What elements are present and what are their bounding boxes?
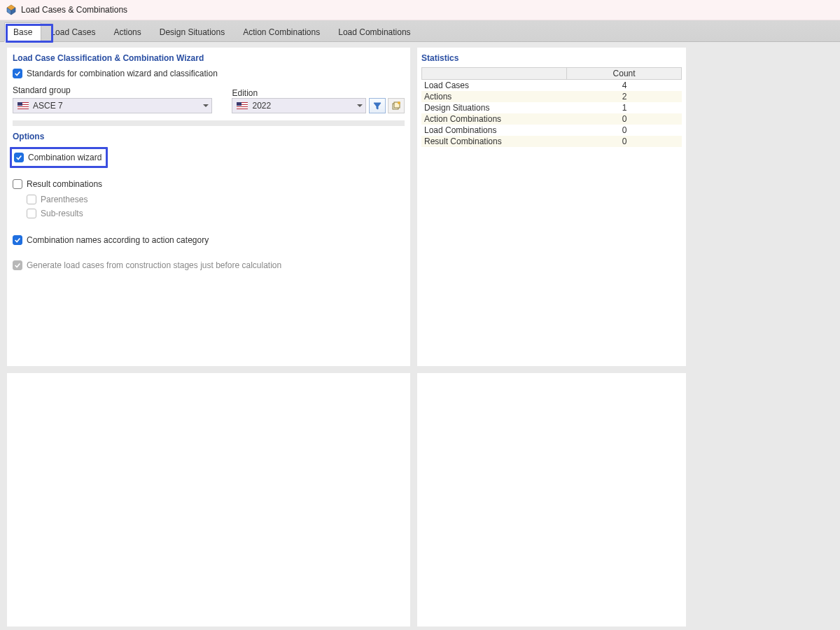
statistics-header: Count <box>421 67 682 80</box>
sub-results-label: Sub-results <box>41 209 83 218</box>
statistics-row-count: 0 <box>567 125 682 135</box>
edition-label: Edition <box>232 88 258 98</box>
statistics-row-label: Result Combinations <box>421 136 567 146</box>
statistics-row-label: Actions <box>421 92 567 102</box>
window-title: Load Cases & Combinations <box>21 5 127 15</box>
standard-group-label: Standard group <box>13 85 212 95</box>
names-by-category-label: Combination names according to action ca… <box>27 235 209 245</box>
statistics-row: Load Cases4 <box>421 80 682 91</box>
standards-checkbox-label: Standards for combination wizard and cla… <box>27 69 218 78</box>
tab-design-situations[interactable]: Design Situations <box>150 22 234 42</box>
parentheses-label: Parentheses <box>41 195 88 204</box>
combination-wizard-checkbox[interactable] <box>14 153 24 162</box>
wizard-panel: Load Case Classification & Combination W… <box>7 48 410 366</box>
statistics-body: Load Cases4Actions2Design Situations1Act… <box>421 80 682 147</box>
parentheses-checkbox[interactable] <box>27 195 36 204</box>
us-flag-icon <box>237 102 248 109</box>
combination-wizard-highlight: Combination wizard <box>10 147 108 168</box>
edition-select[interactable]: 2022 <box>232 98 366 113</box>
chevron-down-icon <box>357 104 363 107</box>
combination-wizard-label: Combination wizard <box>28 153 102 162</box>
manage-standards-button[interactable] <box>388 98 405 113</box>
names-by-category-checkbox[interactable] <box>13 235 22 245</box>
standard-group-select[interactable]: ASCE 7 <box>13 98 212 113</box>
preview-panel-right <box>417 373 686 626</box>
tab-load-combinations[interactable]: Load Combinations <box>329 22 419 42</box>
statistics-row-label: Load Combinations <box>421 125 567 135</box>
tab-load-cases[interactable]: Load Cases <box>41 22 104 42</box>
statistics-row-count: 0 <box>567 114 682 124</box>
tab-label: Actions <box>113 27 141 37</box>
statistics-row-label: Load Cases <box>421 80 567 90</box>
us-flag-icon <box>18 102 29 109</box>
tab-label: Action Combinations <box>243 27 320 37</box>
tab-label: Load Combinations <box>338 27 410 37</box>
statistics-row-count: 0 <box>567 136 682 146</box>
tab-label: Load Cases <box>50 27 95 37</box>
statistics-row: Load Combinations0 <box>421 125 682 136</box>
filter-button[interactable] <box>369 98 386 113</box>
svg-point-6 <box>398 102 400 104</box>
standard-group-value: ASCE 7 <box>33 101 63 111</box>
tab-actions[interactable]: Actions <box>104 22 150 42</box>
svg-marker-3 <box>374 103 381 109</box>
tab-action-combinations[interactable]: Action Combinations <box>234 22 329 42</box>
tab-label: Base <box>13 27 32 37</box>
tab-base[interactable]: Base <box>4 22 41 42</box>
chevron-down-icon <box>203 104 209 107</box>
count-header: Count <box>567 68 681 79</box>
result-combinations-checkbox[interactable] <box>13 179 22 189</box>
titlebar: Load Cases & Combinations <box>0 0 840 20</box>
statistics-row-count: 2 <box>567 92 682 102</box>
app-icon <box>6 4 17 15</box>
tab-label: Design Situations <box>160 27 225 37</box>
preview-panel-left <box>7 373 410 626</box>
statistics-row: Actions2 <box>421 91 682 102</box>
options-section-title: Options <box>13 129 405 146</box>
result-combinations-label: Result combinations <box>27 179 102 189</box>
statistics-row: Result Combinations0 <box>421 136 682 147</box>
generate-from-stages-checkbox <box>13 260 22 270</box>
standards-checkbox[interactable] <box>13 69 22 78</box>
statistics-row-label: Action Combinations <box>421 114 567 124</box>
statistics-panel: Statistics Count Load Cases4Actions2Desi… <box>417 48 686 366</box>
statistics-row: Design Situations1 <box>421 102 682 113</box>
tabbar: Base Load Cases Actions Design Situation… <box>0 20 840 42</box>
statistics-row-count: 1 <box>567 103 682 113</box>
statistics-row-count: 4 <box>567 80 682 90</box>
statistics-row: Action Combinations0 <box>421 113 682 125</box>
sub-results-checkbox[interactable] <box>27 209 36 218</box>
wizard-section-title: Load Case Classification & Combination W… <box>13 50 405 67</box>
statistics-section-title: Statistics <box>421 50 682 67</box>
generate-from-stages-label: Generate load cases from construction st… <box>27 260 281 270</box>
edition-value: 2022 <box>252 101 271 111</box>
statistics-row-label: Design Situations <box>421 103 567 113</box>
